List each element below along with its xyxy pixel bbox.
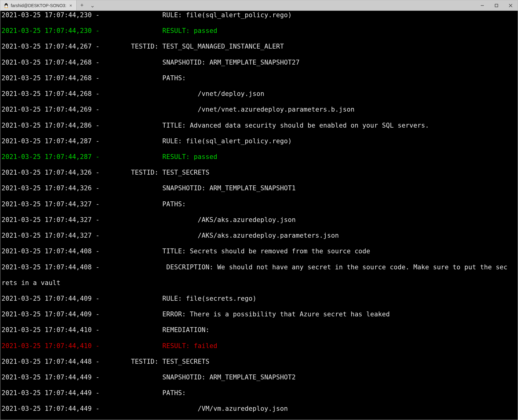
log-line: 2021-03-25 17:07:44,410 - REMEDIATION: [2,326,516,334]
log-line: 2021-03-25 17:07:44,287 - RESULT: passed [2,153,516,161]
log-line: 2021-03-25 17:07:44,268 - PATHS: [2,74,516,82]
log-line: 2021-03-25 17:07:44,268 - SNAPSHOTID: AR… [2,59,516,67]
log-line: 2021-03-25 17:07:44,449 - SNAPSHOTID: AR… [2,374,516,382]
log-line: 2021-03-25 17:07:44,409 - ERROR: There i… [2,311,516,319]
svg-point-5 [6,4,7,5]
minimize-button[interactable] [475,0,489,10]
log-line: rets in a vault [2,279,516,287]
log-line: 2021-03-25 17:07:44,269 - /vnet/vnet.azu… [2,106,516,114]
svg-point-7 [6,7,8,8]
window-controls [475,0,518,10]
minimize-icon [480,4,484,7]
log-line: 2021-03-25 17:07:44,326 - SNAPSHOTID: AR… [2,184,516,192]
tab-wsl[interactable]: farshid@DESKTOP-SONO3: × [0,0,77,10]
log-line: 2021-03-25 17:07:44,448 - TESTID: TEST_S… [2,358,516,366]
log-line: 2021-03-25 17:07:44,449 - PATHS: [2,389,516,397]
log-line: 2021-03-25 17:07:44,230 - RULE: file(sql… [2,11,516,19]
svg-point-4 [6,4,6,5]
log-line: 2021-03-25 17:07:44,408 - TITLE: Secrets… [2,248,516,256]
log-line: 2021-03-25 17:07:44,286 - TITLE: Advance… [2,122,516,130]
terminal-output[interactable]: 2021-03-25 17:07:44,230 - RULE: file(sql… [0,11,518,420]
svg-point-6 [4,7,6,8]
tux-icon [3,3,9,8]
titlebar-spacer [98,0,475,10]
log-line: 2021-03-25 17:07:44,449 - /VM/vm.azurede… [2,405,516,413]
log-line: 2021-03-25 17:07:44,327 - /AKS/aks.azure… [2,232,516,240]
maximize-button[interactable] [489,0,504,10]
titlebar: farshid@DESKTOP-SONO3: × + ⌄ [0,0,518,11]
close-window-button[interactable] [504,0,518,10]
svg-rect-9 [495,4,498,7]
terminal-window: farshid@DESKTOP-SONO3: × + ⌄ 2021-03-25 … [0,0,518,420]
close-icon [509,4,512,7]
tab-dropdown-button[interactable]: ⌄ [87,0,98,10]
log-line: 2021-03-25 17:07:44,408 - DESCRIPTION: W… [2,263,516,271]
maximize-icon [495,4,498,7]
log-line: 2021-03-25 17:07:44,326 - TESTID: TEST_S… [2,169,516,177]
log-line: 2021-03-25 17:07:44,409 - RULE: file(sec… [2,295,516,303]
log-line: 2021-03-25 17:07:44,230 - RESULT: passed [2,27,516,35]
log-line: 2021-03-25 17:07:44,287 - RULE: file(sql… [2,137,516,145]
log-line: 2021-03-25 17:07:44,267 - TESTID: TEST_S… [2,43,516,51]
tab-close-button[interactable]: × [68,3,73,8]
log-line: 2021-03-25 17:07:44,327 - /AKS/aks.azure… [2,216,516,224]
log-line: 2021-03-25 17:07:44,268 - /vnet/deploy.j… [2,90,516,98]
tab-label: farshid@DESKTOP-SONO3: [11,3,66,8]
new-tab-button[interactable]: + [77,0,87,10]
log-line: 2021-03-25 17:07:44,410 - RESULT: failed [2,342,516,350]
log-line: 2021-03-25 17:07:44,327 - PATHS: [2,200,516,208]
